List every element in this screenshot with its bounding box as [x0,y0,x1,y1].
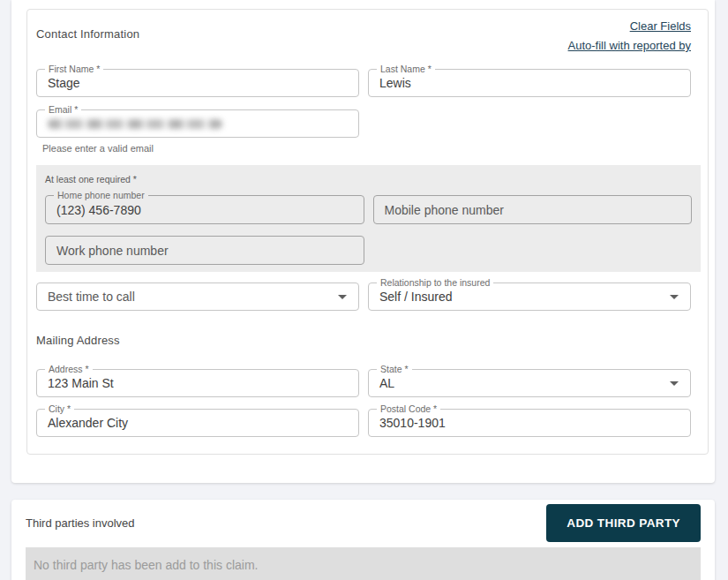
state-label: State * [377,364,412,374]
third-parties-empty-box: No third party has been add to this clai… [26,547,701,580]
email-value-redacted [48,119,222,129]
work-phone-placeholder: Work phone number [56,244,169,258]
relationship-select[interactable]: Relationship to the insured Self / Insur… [368,282,691,311]
best-time-to-call-select[interactable]: Best time to call [36,282,359,311]
city-value: Alexander City [48,416,128,430]
address-field[interactable]: Address * 123 Main St [36,369,359,397]
state-select[interactable]: State * AL [368,369,691,397]
address-row: Address * 123 Main St State * AL [36,369,691,397]
state-value: AL [379,376,394,390]
mailing-address-title: Mailing Address [36,334,691,347]
call-preferences-row: Best time to call Relationship to the in… [36,282,691,311]
contact-header: Contact Information Clear Fields Auto-fi… [36,17,691,56]
last-name-field[interactable]: Last Name * Lewis [368,69,691,97]
contact-information-title: Contact Information [36,27,139,41]
dropdown-arrow-icon [670,295,679,299]
email-field[interactable]: Email * [36,109,359,138]
postal-code-field[interactable]: Postal Code * 35010-1901 [368,409,691,437]
phone-required-section: At least one required * Home phone numbe… [36,165,701,272]
dropdown-arrow-icon [670,381,679,386]
third-parties-card: Third parties involved ADD THIRD PARTY N… [11,500,715,580]
first-name-label: First Name * [45,64,103,74]
third-parties-title: Third parties involved [26,516,135,530]
last-name-label: Last Name * [377,64,435,74]
clear-fields-link[interactable]: Clear Fields [568,17,691,36]
mobile-phone-field[interactable]: Mobile phone number [373,195,693,224]
address-label: Address * [45,364,93,374]
first-name-field[interactable]: First Name * Stage [36,69,359,97]
autofill-reported-by-link[interactable]: Auto-fill with reported by [568,36,691,56]
city-row: City * Alexander City Postal Code * 3501… [36,409,691,437]
contact-information-card: Contact Information Clear Fields Auto-fi… [11,0,715,483]
add-third-party-button[interactable]: ADD THIRD PARTY [546,504,701,542]
best-time-to-call-placeholder: Best time to call [48,290,135,304]
city-label: City * [45,403,74,414]
email-row: Email * Please enter a valid email [36,109,359,154]
third-parties-empty-message: No third party has been add to this clai… [34,558,258,572]
mobile-phone-placeholder: Mobile phone number [385,203,504,217]
relationship-value: Self / Insured [379,290,453,304]
address-value: 123 Main St [48,376,114,390]
city-field[interactable]: City * Alexander City [36,409,359,437]
email-helper-text: Please enter a valid email [42,143,359,154]
last-name-value: Lewis [379,76,411,90]
home-phone-field[interactable]: Home phone number (123) 456-7890 [45,195,364,224]
phone-row-1: Home phone number (123) 456-7890 Mobile … [45,195,692,224]
at-least-one-required-label: At least one required * [45,174,692,185]
postal-code-label: Postal Code * [377,403,440,414]
third-parties-header: Third parties involved ADD THIRD PARTY [26,504,701,542]
home-phone-value: (123) 456-7890 [56,203,141,217]
dropdown-arrow-icon [338,295,347,299]
contact-links: Clear Fields Auto-fill with reported by [568,17,691,56]
relationship-label: Relationship to the insured [377,277,493,288]
name-row: First Name * Stage Last Name * Lewis [36,69,691,97]
first-name-value: Stage [48,76,80,90]
postal-code-value: 35010-1901 [379,416,446,430]
email-label: Email * [45,104,81,115]
work-phone-field[interactable]: Work phone number [45,236,364,265]
contact-information-panel: Contact Information Clear Fields Auto-fi… [26,9,709,455]
home-phone-label: Home phone number [54,190,148,200]
phone-row-2: Work phone number [45,236,364,265]
